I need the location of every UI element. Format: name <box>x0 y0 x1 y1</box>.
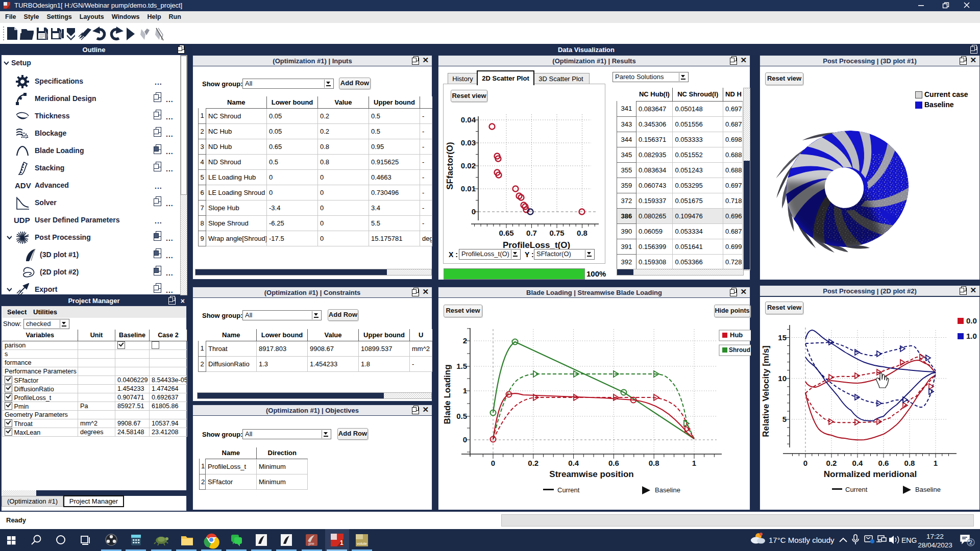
svg-text:0.0: 0.0 <box>966 316 977 325</box>
svg-text:0.03: 0.03 <box>461 138 476 147</box>
svg-text:0.6: 0.6 <box>878 459 889 467</box>
svg-text:17°C Mostly cloudy: 17°C Mostly cloudy <box>769 536 835 544</box>
svg-text:Blade Loading: Blade Loading <box>443 364 452 424</box>
svg-text:10: 10 <box>778 374 787 383</box>
svg-text:1.0: 1.0 <box>966 332 977 340</box>
svg-text:0.4: 0.4 <box>852 459 864 467</box>
svg-text:2: 2 <box>969 539 972 545</box>
svg-text:Streamwise position: Streamwise position <box>549 469 633 479</box>
svg-text:0.2: 0.2 <box>528 459 538 467</box>
svg-text:Relative Velocity [m/s]: Relative Velocity [m/s] <box>761 345 771 437</box>
svg-text:28/04/2023: 28/04/2023 <box>918 541 952 549</box>
svg-text:0: 0 <box>491 459 495 467</box>
svg-text:1: 1 <box>934 459 938 467</box>
svg-text:0: 0 <box>472 207 476 216</box>
svg-text:0.04: 0.04 <box>461 115 476 124</box>
svg-text:1.5: 1.5 <box>456 362 467 370</box>
svg-text:0.6: 0.6 <box>608 459 619 467</box>
svg-text:2: 2 <box>463 336 467 345</box>
svg-text:0.02: 0.02 <box>461 161 476 170</box>
svg-text:0.8: 0.8 <box>904 459 915 467</box>
svg-text:0.2: 0.2 <box>826 459 837 467</box>
svg-text:Hub: Hub <box>730 331 743 339</box>
svg-text:Current: Current <box>557 486 580 494</box>
svg-text:17:22: 17:22 <box>926 533 944 540</box>
svg-text:0.01: 0.01 <box>461 184 476 193</box>
svg-text:15: 15 <box>778 333 787 342</box>
svg-text:Baseline: Baseline <box>915 486 941 493</box>
svg-text:SFfactor(O): SFfactor(O) <box>445 142 455 190</box>
svg-text:1: 1 <box>463 386 467 395</box>
svg-text:Baseline: Baseline <box>655 486 680 494</box>
svg-text:0.7: 0.7 <box>526 229 537 237</box>
svg-text:0.4: 0.4 <box>568 459 579 467</box>
svg-text:Normalized meridional: Normalized meridional <box>824 469 917 479</box>
svg-text:0.8: 0.8 <box>649 459 659 467</box>
svg-text:1: 1 <box>340 539 344 546</box>
svg-text:pre: pre <box>308 541 314 546</box>
svg-text:Shroud: Shroud <box>729 346 750 354</box>
svg-text:0.75: 0.75 <box>549 229 564 237</box>
svg-text:0: 0 <box>803 459 807 467</box>
svg-text:ENG: ENG <box>901 536 917 544</box>
svg-text:5: 5 <box>782 415 787 423</box>
svg-text:1: 1 <box>692 459 696 467</box>
svg-text:0.5: 0.5 <box>456 412 467 420</box>
svg-text:Current: Current <box>845 486 868 493</box>
svg-text:0.65: 0.65 <box>499 229 513 237</box>
svg-text:0: 0 <box>463 435 467 444</box>
svg-text:volute: volute <box>357 541 367 546</box>
svg-text:0.8: 0.8 <box>577 229 587 237</box>
